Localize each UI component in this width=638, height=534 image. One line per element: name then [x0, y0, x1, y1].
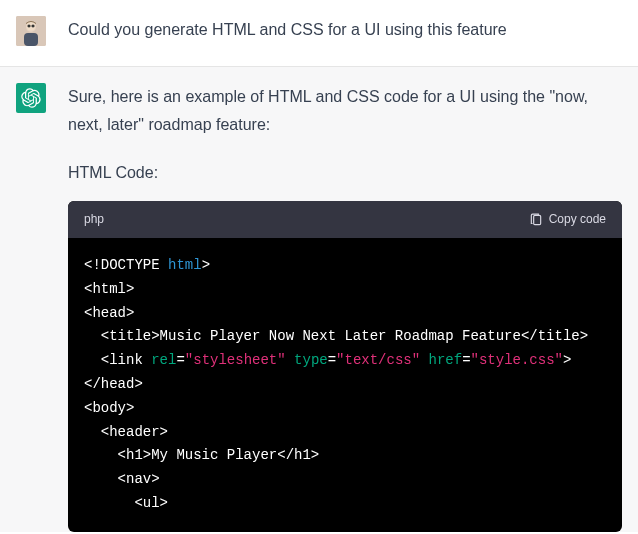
code-body: <!DOCTYPE html> <html> <head> <title>Mus…: [68, 238, 622, 532]
user-content: Could you generate HTML and CSS for a UI…: [68, 16, 622, 46]
code-token: "style.css": [471, 352, 563, 368]
code-token: <html>: [84, 281, 134, 297]
code-token: My Music Player: [151, 447, 277, 463]
code-token: >: [202, 257, 210, 273]
user-message: Could you generate HTML and CSS for a UI…: [0, 0, 638, 67]
code-token: =: [328, 352, 336, 368]
code-token: =: [462, 352, 470, 368]
assistant-message: Sure, here is an example of HTML and CSS…: [0, 67, 638, 532]
openai-logo-icon: [21, 88, 41, 108]
code-label: HTML Code:: [68, 159, 622, 187]
code-token: <!DOCTYPE: [84, 257, 168, 273]
code-token: <body>: [84, 400, 134, 416]
code-token: <ul>: [134, 495, 168, 511]
user-text: Could you generate HTML and CSS for a UI…: [68, 16, 622, 44]
code-block: php Copy code <!DOCTYPE html> <html> <he…: [68, 201, 622, 532]
assistant-content: Sure, here is an example of HTML and CSS…: [68, 83, 622, 532]
code-token: Music Player Now Next Later Roadmap Feat…: [160, 328, 521, 344]
user-avatar: [16, 16, 46, 46]
code-token: <h1>: [118, 447, 152, 463]
code-token: <nav>: [118, 471, 160, 487]
code-token: <header>: [101, 424, 168, 440]
assistant-intro: Sure, here is an example of HTML and CSS…: [68, 83, 622, 139]
code-token: rel: [151, 352, 176, 368]
code-token: href: [429, 352, 463, 368]
code-token: <head>: [84, 305, 134, 321]
code-token: "text/css": [336, 352, 420, 368]
code-token: <link: [101, 352, 151, 368]
svg-rect-2: [24, 33, 38, 46]
code-token: "stylesheet": [185, 352, 286, 368]
code-token: >: [563, 352, 571, 368]
code-token: =: [176, 352, 184, 368]
copy-code-label: Copy code: [549, 209, 606, 230]
user-avatar-icon: [16, 16, 46, 46]
code-token: <title>: [101, 328, 160, 344]
assistant-avatar: [16, 83, 46, 113]
code-header: php Copy code: [68, 201, 622, 238]
svg-rect-8: [533, 215, 540, 224]
code-token: html: [168, 257, 202, 273]
code-lang: php: [84, 209, 104, 230]
code-token: type: [294, 352, 328, 368]
code-token: </head>: [84, 376, 143, 392]
code-token: </title>: [521, 328, 588, 344]
copy-code-button[interactable]: Copy code: [529, 209, 606, 230]
code-token: </h1>: [277, 447, 319, 463]
clipboard-icon: [529, 213, 543, 227]
